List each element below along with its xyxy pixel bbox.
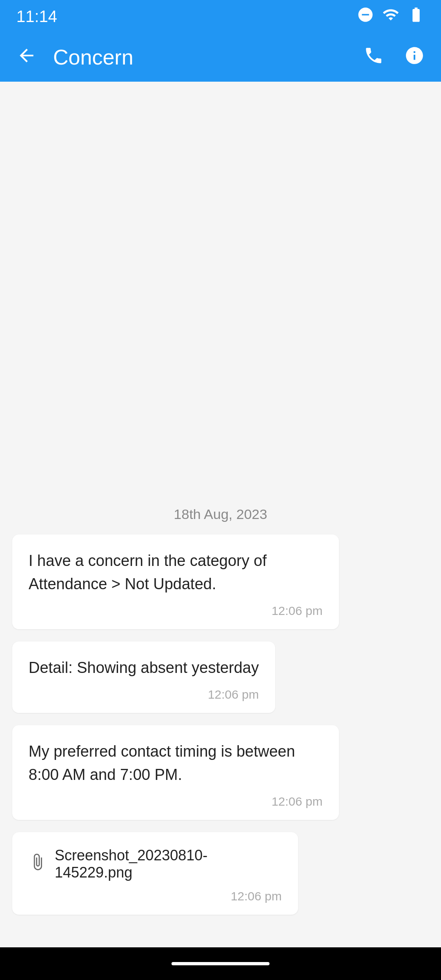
back-button[interactable] bbox=[12, 41, 41, 73]
page-title: Concern bbox=[53, 45, 347, 69]
attachment-bubble[interactable]: Screenshot_20230810-145229.png 12:06 pm bbox=[12, 832, 298, 915]
wifi-icon bbox=[382, 6, 399, 27]
date-separator: 18th Aug, 2023 bbox=[0, 494, 441, 535]
message-time: 12:06 pm bbox=[29, 688, 259, 702]
status-time: 11:14 bbox=[16, 7, 57, 26]
message-bubble: I have a concern in the category of Atte… bbox=[12, 535, 339, 629]
message-text: Detail: Showing absent yesterday bbox=[29, 656, 259, 679]
chat-content: 18th Aug, 2023 I have a concern in the c… bbox=[0, 82, 441, 947]
attachment-time: 12:06 pm bbox=[29, 889, 282, 903]
message-bubble: Detail: Showing absent yesterday 12:06 p… bbox=[12, 641, 275, 713]
messages-container: I have a concern in the category of Atte… bbox=[0, 535, 441, 915]
battery-icon bbox=[408, 6, 425, 27]
attachment-content: Screenshot_20230810-145229.png bbox=[29, 847, 282, 881]
attachment-icon bbox=[29, 853, 47, 875]
message-time: 12:06 pm bbox=[29, 604, 323, 618]
status-icons bbox=[357, 6, 425, 27]
info-button[interactable] bbox=[400, 41, 429, 73]
home-indicator bbox=[172, 962, 270, 965]
status-bar: 11:14 bbox=[0, 0, 441, 33]
app-bar-actions bbox=[359, 41, 429, 73]
call-button[interactable] bbox=[359, 41, 388, 73]
dnd-icon bbox=[357, 6, 374, 27]
app-bar: Concern bbox=[0, 33, 441, 82]
message-text: I have a concern in the category of Atte… bbox=[29, 549, 323, 596]
message-time: 12:06 pm bbox=[29, 795, 323, 808]
bottom-nav bbox=[0, 947, 441, 980]
message-text: My preferred contact timing is between 8… bbox=[29, 740, 323, 786]
date-separator-text: 18th Aug, 2023 bbox=[174, 506, 267, 522]
chat-spacer bbox=[0, 82, 441, 494]
message-bubble: My preferred contact timing is between 8… bbox=[12, 725, 339, 820]
attachment-name: Screenshot_20230810-145229.png bbox=[55, 847, 282, 881]
